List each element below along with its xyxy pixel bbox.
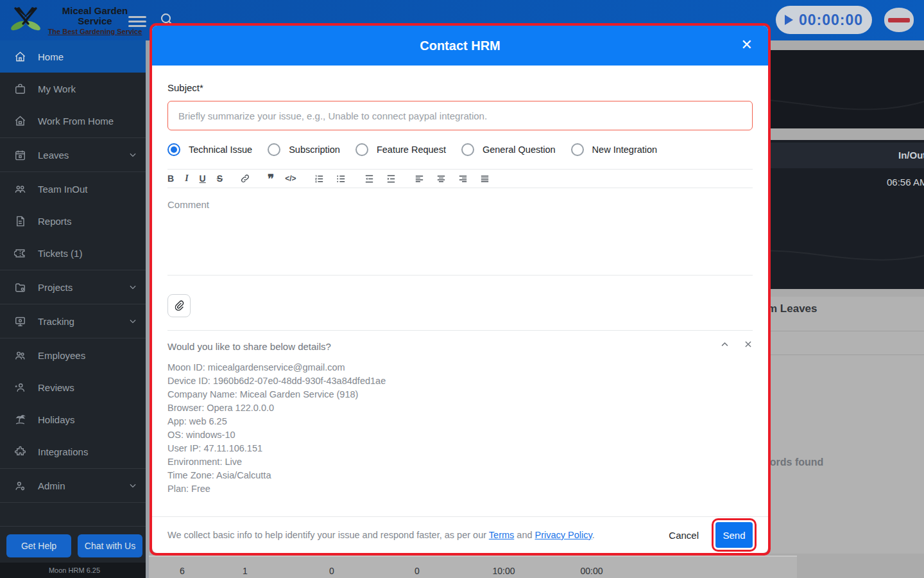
- detail-line: Browser: Opera 122.0.0.0: [167, 401, 753, 415]
- inout-column-header: In/Out: [898, 150, 924, 161]
- comment-textarea[interactable]: [167, 188, 753, 275]
- detail-line: App: web 6.25: [167, 415, 753, 428]
- radio-label: Subscription: [289, 144, 340, 155]
- align-center-icon[interactable]: [436, 173, 447, 184]
- italic-icon[interactable]: I: [185, 173, 188, 184]
- radio-icon: [461, 143, 474, 156]
- indent-icon[interactable]: [386, 173, 397, 184]
- sidebar-item-label: Reports: [38, 216, 137, 227]
- detail-line: OS: windows-10: [167, 428, 753, 442]
- sidebar-item-projects[interactable]: Projects: [0, 271, 149, 303]
- get-help-button[interactable]: Get Help: [6, 534, 71, 557]
- radio-technical-issue[interactable]: Technical Issue: [167, 143, 252, 156]
- align-left-icon[interactable]: [414, 173, 425, 184]
- sidebar-divider: [0, 137, 149, 138]
- underline-icon[interactable]: U: [200, 173, 206, 184]
- hamburger-menu-icon[interactable]: [128, 13, 146, 28]
- close-icon[interactable]: ✕: [741, 38, 753, 52]
- sidebar-item-label: Employees: [38, 350, 137, 361]
- sidebar-item-integrations[interactable]: Integrations: [0, 435, 149, 468]
- sidebar-item-label: Home: [38, 51, 137, 62]
- attachment-section: [167, 275, 753, 317]
- sidebar-item-reports[interactable]: Reports: [0, 205, 149, 237]
- send-button[interactable]: Send: [715, 522, 753, 548]
- sidebar-item-reviews[interactable]: Reviews: [0, 371, 149, 403]
- bullet-list-icon[interactable]: [336, 173, 346, 184]
- attach-file-button[interactable]: [167, 294, 191, 317]
- blockquote-icon[interactable]: ❞: [268, 171, 274, 186]
- disclaimer-text: We collect basic info to help identify y…: [167, 530, 489, 540]
- sidebar-item-admin[interactable]: Admin: [0, 469, 149, 502]
- sidebar-item-team-inout[interactable]: Team InOut: [0, 173, 149, 205]
- details-controls: [720, 340, 753, 349]
- radio-new-integration[interactable]: New Integration: [571, 143, 658, 156]
- sidebar-item-label: Tracking: [38, 316, 117, 327]
- terms-link[interactable]: Terms: [489, 530, 514, 540]
- detail-line: Plan: Free: [167, 482, 753, 496]
- summary-table-row: 6 1 0 0 10:00 00:00: [149, 556, 797, 578]
- summary-value: 6: [180, 566, 185, 576]
- strikethrough-icon[interactable]: S: [217, 173, 223, 184]
- close-details-icon[interactable]: [744, 340, 753, 349]
- play-icon: [785, 15, 793, 25]
- outdent-icon[interactable]: [364, 173, 375, 184]
- radio-general-question[interactable]: General Question: [461, 143, 556, 156]
- radio-icon: [167, 143, 180, 156]
- disclaimer-text: .: [592, 530, 595, 540]
- detail-line: Time Zone: Asia/Calcutta: [167, 469, 753, 482]
- cancel-button[interactable]: Cancel: [669, 530, 699, 541]
- search-icon[interactable]: [159, 12, 175, 27]
- sidebar-item-leaves[interactable]: Leaves: [0, 139, 149, 171]
- detail-line: User IP: 47.11.106.151: [167, 442, 753, 455]
- sidebar-item-home[interactable]: Home: [0, 40, 149, 73]
- align-right-icon[interactable]: [458, 173, 468, 184]
- bold-icon[interactable]: B: [167, 173, 174, 184]
- sidebar-item-my-work[interactable]: My Work: [0, 73, 149, 105]
- summary-value: 10:00: [492, 566, 515, 576]
- detail-line: Device ID: 1960b6d2-07e0-48dd-930f-43a84…: [167, 374, 753, 388]
- radio-feature-request[interactable]: Feature Request: [355, 143, 446, 156]
- sidebar-item-label: My Work: [38, 83, 137, 94]
- sidebar-item-holidays[interactable]: Holidays: [0, 403, 149, 435]
- privacy-policy-link[interactable]: Privacy Policy: [535, 530, 592, 540]
- avatar-logo: [888, 18, 910, 22]
- detail-line: Company Name: Miceal Garden Service (918…: [167, 388, 753, 401]
- chevron-up-icon[interactable]: [720, 340, 730, 349]
- radio-icon: [355, 143, 368, 156]
- summary-value: 0: [415, 566, 420, 576]
- sidebar-item-tickets[interactable]: Tickets (1): [0, 237, 149, 269]
- radio-subscription[interactable]: Subscription: [268, 143, 340, 156]
- brand-logo[interactable]: Miceal Garden Service The Best Gardening…: [0, 0, 149, 40]
- chevron-down-icon: [128, 481, 137, 490]
- sidebar-item-label: Leaves: [38, 150, 117, 161]
- justify-icon[interactable]: [479, 173, 490, 184]
- in-time-value: 06:56 AM: [887, 177, 924, 188]
- sidebar-item-label: Reviews: [38, 382, 137, 393]
- share-details-question: Would you like to share below details?: [167, 341, 753, 352]
- footer-actions: Cancel Send: [669, 522, 753, 548]
- sidebar-scrollbar[interactable]: [146, 40, 149, 578]
- sidebar-item-tracking[interactable]: Tracking: [0, 305, 149, 337]
- chevron-down-icon: [128, 317, 137, 326]
- chat-with-us-button[interactable]: Chat with Us: [78, 534, 142, 557]
- ordered-list-icon[interactable]: [314, 173, 325, 184]
- app-version: Moon HRM 6.25: [0, 563, 149, 578]
- sidebar-item-work-from-home[interactable]: Work From Home: [0, 105, 149, 137]
- code-icon[interactable]: </>: [285, 174, 296, 183]
- chevron-down-icon: [128, 150, 137, 159]
- sidebar-item-label: Holidays: [38, 414, 137, 425]
- modal-body: Subject* Technical Issue Subscription Fe…: [152, 66, 768, 516]
- detail-line: Environment: Live: [167, 455, 753, 469]
- subject-input[interactable]: [167, 101, 753, 130]
- sidebar-divider: [0, 468, 149, 469]
- disclaimer-text: and: [514, 530, 535, 540]
- richtext-toolbar: B I U S ❞ </>: [167, 169, 753, 188]
- link-icon[interactable]: [240, 173, 250, 184]
- sidebar-item-employees[interactable]: Employees: [0, 339, 149, 371]
- timer-button[interactable]: 00:00:00: [776, 6, 872, 34]
- chevron-down-icon: [128, 283, 137, 292]
- avatar[interactable]: [884, 8, 914, 32]
- sidebar-nav: Home My Work Work From Home Leaves Team …: [0, 40, 149, 578]
- privacy-disclaimer: We collect basic info to help identify y…: [167, 530, 595, 540]
- garden-shears-icon: [9, 4, 42, 37]
